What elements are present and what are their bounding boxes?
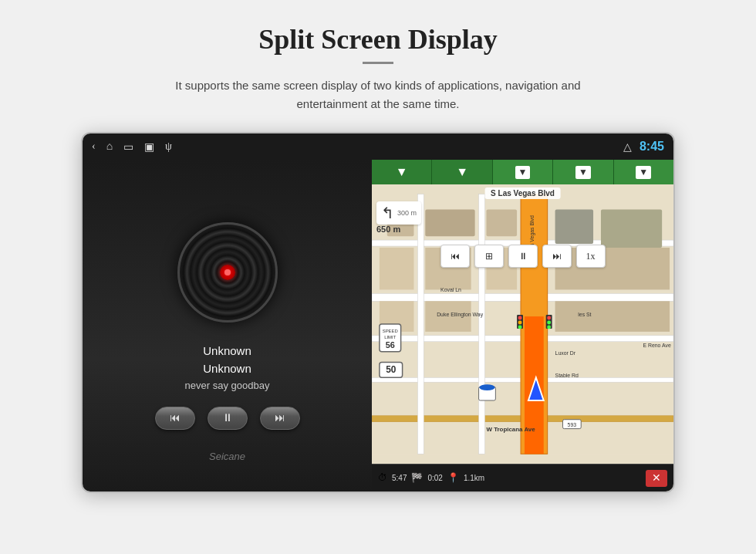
nav-bottom-bar: ⏱ 5:47 🏁 0:02 📍 1.1km ✕ — [372, 464, 673, 492]
svg-point-42 — [480, 384, 495, 390]
home-icon[interactable]: ⌂ — [106, 140, 113, 153]
svg-text:LIMIT: LIMIT — [384, 335, 397, 339]
map-pause-icon: ⏸ — [518, 251, 528, 262]
close-icon: ✕ — [652, 471, 661, 485]
clock-icon: ⏱ — [378, 472, 387, 484]
map-menu-button[interactable]: ⊞ — [474, 245, 504, 268]
music-controls: ⏮ ⏸ ⏭ — [155, 407, 300, 430]
status-nav-icons: ‹ ⌂ ▭ ▣ ψ — [92, 140, 613, 154]
svg-rect-14 — [555, 210, 593, 245]
down-arrow-5: ▼ — [636, 166, 651, 179]
svg-text:SPEED: SPEED — [383, 329, 398, 333]
down-arrow-2: ▼ — [456, 165, 468, 179]
svg-point-25 — [518, 321, 522, 325]
turn-arrow-icon: ↰ — [381, 204, 394, 222]
down-arrow-4: ▼ — [575, 166, 591, 179]
svg-rect-22 — [555, 301, 670, 332]
map-next-icon: ⏭ — [552, 251, 562, 262]
play-pause-button[interactable]: ⏸ — [208, 407, 248, 430]
svg-text:Duke Ellington Way: Duke Ellington Way — [437, 312, 484, 318]
svg-text:50: 50 — [386, 364, 397, 375]
page-title: Split Screen Display — [258, 23, 497, 56]
map-speed-button[interactable]: 1x — [576, 245, 606, 268]
down-arrow-active: ▼ — [515, 166, 531, 179]
svg-text:56: 56 — [386, 340, 395, 350]
svg-text:Luxor Dr: Luxor Dr — [555, 350, 576, 356]
vinyl-disc — [177, 222, 278, 323]
svg-point-28 — [547, 316, 551, 320]
svg-rect-12 — [425, 210, 474, 237]
turn-instruction: ↰ 300 m — [376, 201, 421, 225]
svg-text:W Tropicana Ave: W Tropicana Ave — [486, 426, 535, 433]
prev-icon: ⏮ — [170, 412, 181, 424]
status-bar: ‹ ⌂ ▭ ▣ ψ △ 8:45 — [83, 133, 673, 160]
nav-arrows-bar: ▼ ▼ ▼ ▼ ▼ — [372, 160, 673, 184]
arrow-section-2: ▼ — [432, 160, 492, 184]
next-button[interactable]: ⏭ — [260, 407, 300, 430]
flag-icon: 🏁 — [411, 472, 423, 484]
prev-button[interactable]: ⏮ — [155, 407, 195, 430]
map-speed-label: 1x — [586, 251, 596, 262]
nav-time2: 0:02 — [427, 474, 442, 482]
arrow-section-4: ▼ — [553, 160, 613, 184]
split-screen: Unknown Unknown never say goodbay ⏮ ⏸ ⏭ … — [83, 160, 673, 492]
svg-point-26 — [518, 325, 522, 329]
media-controls-overlay: ⏮ ⊞ ⏸ ⏭ 1x — [378, 245, 667, 268]
svg-point-29 — [547, 321, 551, 325]
back-icon[interactable]: ‹ — [92, 140, 96, 153]
track-info: Unknown Unknown never say goodbay — [185, 344, 270, 391]
track-album: never say goodbay — [185, 380, 270, 391]
map-menu-icon: ⊞ — [485, 251, 493, 262]
track-title: Unknown — [185, 344, 270, 357]
nav-panel: ▼ ▼ ▼ ▼ ▼ — [372, 160, 673, 492]
device-frame: ‹ ⌂ ▭ ▣ ψ △ 8:45 Unknown Unknown never s… — [81, 132, 675, 493]
gallery-icon[interactable]: ▣ — [144, 140, 154, 154]
turn-distance-text: 300 m — [397, 209, 417, 217]
recent-apps-icon[interactable]: ▭ — [123, 140, 133, 154]
svg-text:15: 15 — [484, 390, 491, 397]
next-icon: ⏭ — [275, 412, 285, 424]
title-divider — [363, 62, 393, 64]
svg-rect-6 — [417, 194, 424, 454]
music-panel: Unknown Unknown never say goodbay ⏮ ⏸ ⏭ … — [83, 160, 372, 492]
arrow-section-5: ▼ — [614, 160, 673, 184]
svg-rect-7 — [479, 194, 485, 454]
distance-icon: 📍 — [447, 472, 459, 484]
nav-distance: 1.1km — [464, 474, 484, 482]
map-svg: S Las Vegas Blvd Koval Ln Duke Ellington… — [372, 184, 673, 464]
street-name-overlay: S Las Vegas Blvd — [484, 187, 561, 199]
map-next-button[interactable]: ⏭ — [542, 245, 572, 268]
arrow-section-1: ▼ — [372, 160, 432, 184]
status-right-icons: △ 8:45 — [623, 140, 664, 154]
side-distance: 650 m — [376, 225, 400, 234]
svg-rect-13 — [486, 210, 517, 237]
svg-text:E Reno Ave: E Reno Ave — [643, 343, 671, 348]
svg-rect-15 — [601, 210, 662, 248]
status-time: 8:45 — [640, 140, 664, 154]
nav-close-button[interactable]: ✕ — [646, 470, 667, 487]
play-pause-icon: ⏸ — [222, 412, 233, 424]
nav-time1: 5:47 — [392, 474, 407, 482]
usb-icon[interactable]: ψ — [165, 140, 172, 153]
track-artist: Unknown — [185, 362, 270, 375]
svg-text:593: 593 — [568, 422, 577, 427]
watermark: Seicane — [209, 451, 245, 462]
down-arrow-1: ▼ — [396, 165, 408, 179]
svg-point-30 — [547, 325, 551, 329]
svg-text:Stable Rd: Stable Rd — [555, 373, 579, 378]
map-pause-button[interactable]: ⏸ — [508, 245, 538, 268]
map-prev-button[interactable]: ⏮ — [440, 245, 470, 268]
svg-text:Koval Ln: Koval Ln — [440, 287, 461, 292]
notification-icon: △ — [623, 140, 632, 154]
svg-text:les St: les St — [578, 312, 591, 317]
svg-point-24 — [518, 316, 522, 320]
page-subtitle: It supports the same screen display of t… — [162, 76, 594, 113]
map-area: S Las Vegas Blvd Koval Ln Duke Ellington… — [372, 184, 673, 464]
map-prev-icon: ⏮ — [451, 251, 460, 262]
arrow-section-3: ▼ — [493, 160, 553, 184]
